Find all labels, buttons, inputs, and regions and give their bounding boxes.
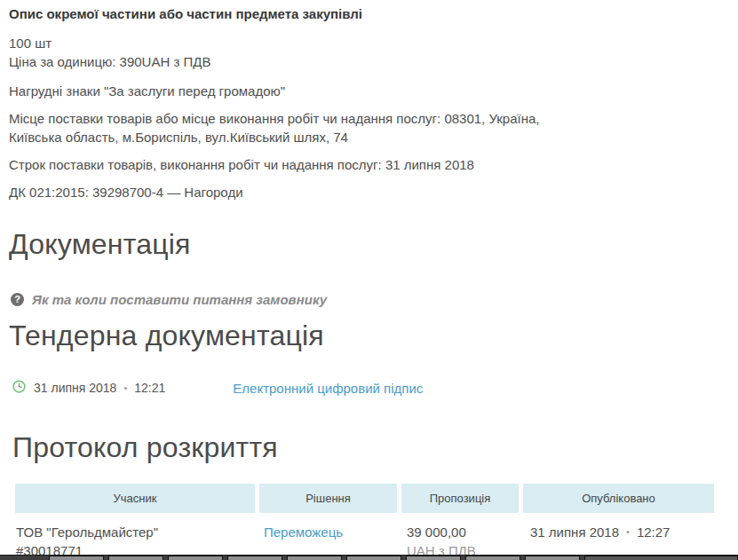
doc-published-date: 31 липня 2018 bbox=[34, 381, 116, 395]
decision-link[interactable]: Переможець bbox=[264, 525, 343, 540]
lot-description-heading: Опис окремої частини або частин предмета… bbox=[9, 5, 729, 23]
taskbar-window-button[interactable] bbox=[108, 556, 163, 560]
documentation-heading: Документація bbox=[9, 226, 729, 262]
tender-page: { "colors": { "link": "#4a9bc9", "table_… bbox=[0, 0, 738, 560]
taskbar bbox=[0, 555, 738, 560]
published-date: 31 липня 2018 bbox=[530, 523, 619, 541]
taskbar-window-button[interactable] bbox=[406, 556, 461, 560]
dot-separator: • bbox=[626, 523, 630, 541]
proposal-amount: 39 000,00 bbox=[407, 525, 466, 540]
dot-separator: • bbox=[123, 383, 127, 393]
clock-icon bbox=[12, 380, 26, 396]
table-header-row: Учасник Рішення Пропозиція Опубліковано bbox=[15, 484, 714, 513]
taskbar-window-button[interactable] bbox=[584, 556, 738, 560]
question-hint-label[interactable]: Як та коли поставити питання замовнику bbox=[32, 292, 327, 307]
taskbar-window-button[interactable] bbox=[227, 556, 282, 560]
header-decision: Рішення bbox=[259, 484, 397, 513]
lot-item-name: Нагрудні знаки "За заслуги перед громадо… bbox=[9, 82, 729, 100]
taskbar-window-button[interactable] bbox=[525, 556, 580, 560]
disclosure-table: Учасник Рішення Пропозиція Опубліковано … bbox=[11, 484, 718, 560]
participant-cell: ТОВ "Герольдмайстер" #30018771 bbox=[15, 513, 255, 560]
tender-documentation-heading: Тендерна документація bbox=[9, 318, 729, 353]
taskbar-window-button[interactable] bbox=[287, 556, 342, 560]
participant-name: ТОВ "Герольдмайстер" bbox=[16, 525, 158, 540]
header-participant: Учасник bbox=[15, 484, 255, 513]
taskbar-window-button[interactable] bbox=[168, 556, 223, 560]
lot-unit-price: Ціна за одиницю: 390UAH з ПДВ bbox=[9, 54, 210, 69]
taskbar-window-button[interactable] bbox=[346, 556, 401, 560]
published-cell: 31 липня 2018 • 12:27 bbox=[523, 513, 714, 560]
lot-quantity: 100 шт bbox=[9, 35, 52, 51]
digital-signature-link[interactable]: Електронний цифровий підпис bbox=[233, 381, 423, 396]
table-row: ТОВ "Герольдмайстер" #30018771 Переможец… bbox=[15, 513, 714, 560]
disclosure-heading: Протокол розкриття bbox=[12, 430, 729, 465]
published-time: 12:27 bbox=[637, 523, 671, 541]
lot-delivery-term: Строк поставки товарів, виконання робіт … bbox=[9, 155, 729, 174]
tender-doc-row: 31 липня 2018 • 12:21 Електронний цифров… bbox=[9, 380, 729, 396]
lot-delivery-place: Місце поставки товарів або місце виконан… bbox=[9, 109, 561, 146]
content-area: Опис окремої частини або частин предмета… bbox=[0, 0, 738, 560]
header-published: Опубліковано bbox=[523, 484, 714, 513]
decision-cell: Переможець bbox=[259, 513, 397, 560]
lot-quantity-price: 100 шт Ціна за одиницю: 390UAH з ПДВ bbox=[9, 34, 729, 71]
question-hint-row[interactable]: ? Як та коли поставити питання замовнику bbox=[9, 292, 729, 307]
taskbar-window-button[interactable] bbox=[465, 556, 520, 560]
taskbar-window-button[interactable] bbox=[49, 556, 104, 560]
proposal-cell: 39 000,00 UAH з ПДВ bbox=[401, 513, 519, 560]
header-proposal: Пропозиція bbox=[401, 484, 519, 513]
doc-published-time: 12:21 bbox=[134, 381, 165, 395]
lot-classifier: ДК 021:2015: 39298700-4 — Нагороди bbox=[9, 183, 729, 201]
question-icon: ? bbox=[11, 293, 24, 306]
